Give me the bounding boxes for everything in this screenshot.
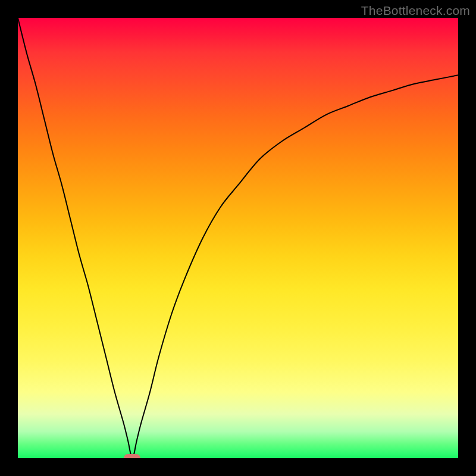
chart-frame: TheBottleneck.com — [0, 0, 476, 476]
minimum-marker — [124, 454, 140, 458]
bottleneck-curve — [18, 18, 458, 458]
curve-svg — [18, 18, 458, 458]
plot-area — [18, 18, 458, 458]
watermark-text: TheBottleneck.com — [361, 4, 470, 18]
